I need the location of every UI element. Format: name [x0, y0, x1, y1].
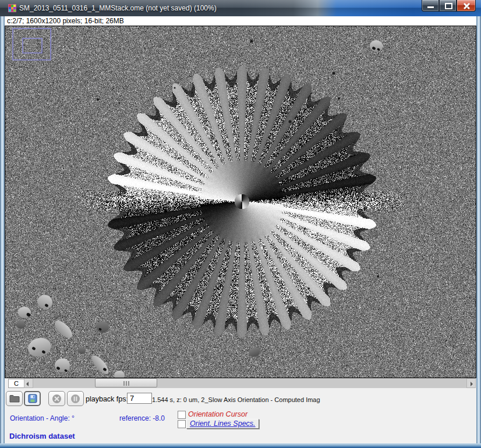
- channel-scrollbar-thumb[interactable]: [95, 378, 157, 387]
- open-folder-button[interactable]: [6, 391, 23, 406]
- window-frame-bottom: [0, 443, 481, 448]
- app-icon: [8, 4, 16, 12]
- playback-controls-row: playback fps: 1.544 s, z: 0 um, 2_Slow A…: [5, 389, 476, 408]
- orient-lines-specs-label[interactable]: Orient. Lines Specs.: [186, 419, 259, 429]
- arrow-right-icon: [471, 382, 473, 386]
- pause-button[interactable]: [67, 391, 84, 406]
- playback-fps-label: playback fps:: [86, 395, 128, 403]
- window-content: c:2/7; 1600x1200 pixels; 16-bit; 26MB C: [5, 16, 476, 443]
- save-button[interactable]: [24, 391, 41, 406]
- reference-value-label: reference: -8.0: [119, 414, 165, 422]
- caption-buttons: [422, 0, 476, 12]
- orient-lines-specs-checkbox[interactable]: [178, 420, 186, 428]
- slice-status-text: 1.544 s, z: 0 um, 2_Slow Axis Orientatio…: [152, 396, 320, 403]
- orientation-cursor-checkbox[interactable]: [178, 411, 186, 419]
- orientation-angle-label: Orientation - Angle: °: [10, 414, 75, 422]
- folder-icon: [9, 394, 20, 403]
- channel-axis-label: C: [8, 379, 24, 388]
- title-bar[interactable]: SM_2013_0511_0316_1_MMStack.ome (not yet…: [0, 0, 481, 16]
- maximize-button[interactable]: [439, 0, 457, 12]
- image-window: SM_2013_0511_0316_1_MMStack.ome (not yet…: [0, 0, 481, 448]
- orientation-cursor-label[interactable]: Orientation Cursor: [188, 410, 247, 418]
- window-title: SM_2013_0511_0316_1_MMStack.ome (not yet…: [19, 4, 217, 12]
- window-frame-left: [0, 16, 5, 443]
- dichroism-dataset-link[interactable]: Dichroism dataset: [9, 432, 75, 440]
- channel-scroll-left-button[interactable]: [24, 378, 33, 388]
- maximize-icon: [445, 3, 452, 9]
- minimize-button[interactable]: [422, 0, 439, 12]
- pause-icon: [70, 394, 80, 404]
- abort-button[interactable]: [48, 391, 65, 406]
- save-disk-icon: [28, 394, 37, 403]
- arrow-left-icon: [26, 382, 29, 386]
- channel-slider-row: C: [5, 378, 476, 388]
- image-display-area[interactable]: [5, 26, 476, 378]
- playback-fps-input[interactable]: [127, 393, 152, 404]
- minimize-icon: [427, 6, 434, 8]
- channel-scroll-right-button[interactable]: [466, 378, 476, 388]
- image-info-bar: c:2/7; 1600x1200 pixels; 16-bit; 26MB: [5, 16, 476, 26]
- window-frame-right: [476, 16, 481, 443]
- image-canvas[interactable]: [5, 26, 476, 378]
- abort-icon: [52, 394, 62, 404]
- channel-scrollbar-track[interactable]: [33, 378, 466, 388]
- close-button[interactable]: [457, 0, 476, 12]
